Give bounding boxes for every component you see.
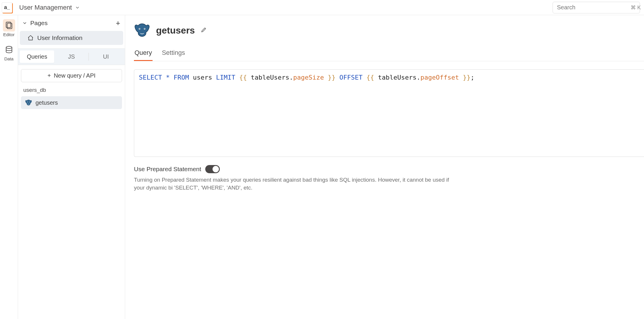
editor-icon bbox=[3, 19, 15, 31]
toggle-knob bbox=[213, 166, 219, 172]
main-tabs: Query Settings bbox=[134, 49, 644, 61]
database-icon bbox=[3, 43, 15, 56]
app-title-dropdown[interactable]: User Management bbox=[19, 4, 80, 11]
rail-data-label: Data bbox=[4, 56, 14, 61]
prepared-statement-row: Use Prepared Statement bbox=[134, 165, 644, 173]
page-item-user-information[interactable]: User Information bbox=[20, 31, 123, 45]
postgres-icon bbox=[25, 99, 32, 106]
new-query-button[interactable]: + New query / API bbox=[21, 69, 122, 82]
tab-queries[interactable]: Queries bbox=[20, 50, 54, 63]
prepared-statement-toggle[interactable] bbox=[205, 165, 220, 173]
edit-name-button[interactable] bbox=[201, 27, 207, 34]
main-panel: getusers Query Settings SELECT * FROM us… bbox=[125, 15, 644, 319]
top-bar: a_ User Management ⌘ K bbox=[0, 0, 644, 15]
sql-editor[interactable]: SELECT * FROM users LIMIT {{ tableUsers.… bbox=[134, 69, 644, 157]
app-logo[interactable]: a_ bbox=[2, 2, 12, 13]
rail-editor[interactable]: Editor bbox=[3, 19, 15, 37]
sidebar: Pages + User Information Queries JS UI +… bbox=[18, 15, 125, 319]
pencil-icon bbox=[201, 27, 207, 33]
tab-js[interactable]: JS bbox=[54, 50, 89, 63]
query-header: getusers bbox=[134, 22, 644, 38]
query-item-getusers[interactable]: getusers bbox=[21, 96, 122, 109]
query-item-label: getusers bbox=[36, 99, 58, 106]
query-name: getusers bbox=[156, 25, 195, 36]
rail-data[interactable]: Data bbox=[3, 43, 15, 61]
new-query-label: New query / API bbox=[54, 72, 95, 79]
sidebar-tabs: Queries JS UI bbox=[18, 48, 125, 65]
main-tab-settings[interactable]: Settings bbox=[161, 49, 186, 61]
chevron-down-icon bbox=[75, 5, 80, 10]
page-item-label: User Information bbox=[37, 34, 82, 41]
home-icon bbox=[27, 35, 34, 41]
pages-header[interactable]: Pages + bbox=[18, 15, 125, 31]
rail-editor-label: Editor bbox=[3, 32, 15, 37]
search-input[interactable] bbox=[557, 4, 631, 11]
tab-ui[interactable]: UI bbox=[89, 50, 123, 63]
app-title: User Management bbox=[19, 4, 72, 11]
add-page-button[interactable]: + bbox=[116, 19, 120, 27]
plus-icon: + bbox=[47, 72, 51, 79]
pages-header-label: Pages bbox=[30, 20, 48, 27]
prepared-statement-label: Use Prepared Statement bbox=[134, 166, 201, 173]
left-rail: Editor Data bbox=[0, 15, 18, 319]
svg-point-6 bbox=[6, 46, 12, 49]
datasource-label: users_db bbox=[18, 85, 125, 95]
chevron-down-icon bbox=[22, 20, 27, 26]
main-tab-query[interactable]: Query bbox=[134, 49, 153, 61]
search-box[interactable]: ⌘ K bbox=[553, 2, 640, 13]
logo-text: a_ bbox=[4, 4, 10, 10]
prepared-statement-help: Turning on Prepared Statement makes your… bbox=[134, 176, 460, 192]
search-shortcut-label: ⌘ K bbox=[631, 4, 641, 11]
postgres-icon bbox=[134, 22, 150, 38]
